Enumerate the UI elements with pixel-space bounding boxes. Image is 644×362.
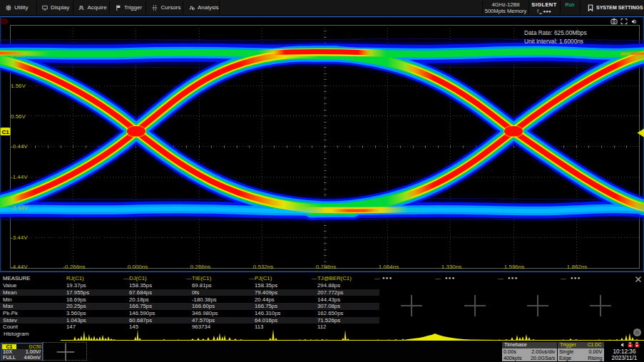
svg-text:0.000ns: 0.000ns: [128, 264, 148, 270]
svg-text:-0.44V: -0.44V: [11, 143, 28, 150]
svg-text:0.56V: 0.56V: [11, 113, 26, 120]
svg-text:1.330ns: 1.330ns: [441, 264, 461, 270]
svg-text:2.56V: 2.56V: [11, 52, 26, 58]
svg-text:-2.44V: -2.44V: [11, 205, 28, 211]
svg-text:-3.44V: -3.44V: [11, 234, 28, 241]
svg-text:1.064ns: 1.064ns: [379, 264, 399, 270]
svg-text:-1.44V: -1.44V: [11, 174, 28, 180]
svg-text:1.56V: 1.56V: [11, 83, 26, 89]
svg-text:-0.266ns: -0.266ns: [63, 264, 85, 270]
svg-text:1.862ns: 1.862ns: [567, 264, 587, 270]
svg-text:-4.44V: -4.44V: [11, 264, 28, 270]
svg-text:0.798ns: 0.798ns: [316, 264, 336, 270]
svg-text:Unit Interval: 1.6000ns: Unit Interval: 1.6000ns: [524, 38, 583, 45]
svg-text:0.266ns: 0.266ns: [190, 264, 210, 270]
svg-text:Data Rate: 625.00Mbps: Data Rate: 625.00Mbps: [524, 29, 587, 36]
svg-text:1.596ns: 1.596ns: [504, 264, 524, 270]
svg-text:0.532ns: 0.532ns: [253, 264, 273, 270]
svg-text:C1: C1: [1, 129, 9, 135]
